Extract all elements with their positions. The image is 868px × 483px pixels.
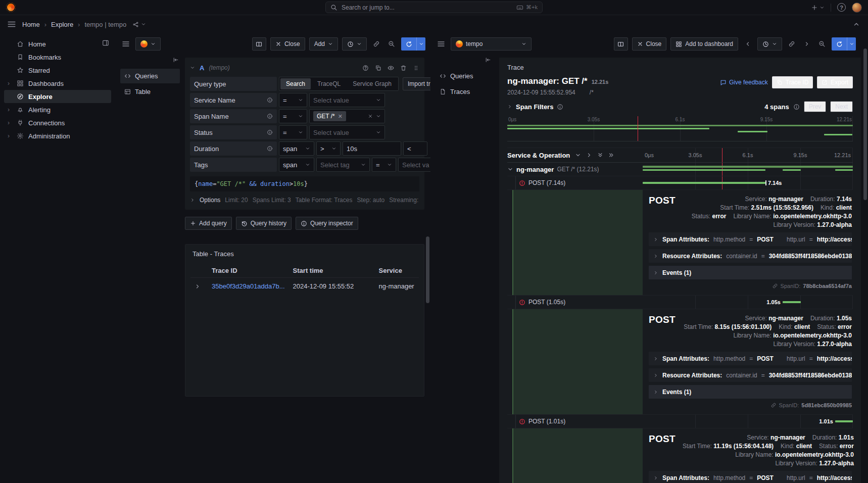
- span-bar[interactable]: [835, 420, 853, 422]
- duration-scope-select[interactable]: span: [279, 141, 314, 156]
- shift-time-back-button[interactable]: [742, 38, 753, 50]
- collapse-span-icon[interactable]: [507, 166, 513, 172]
- grafana-logo[interactable]: [6, 3, 16, 12]
- give-feedback-link[interactable]: Give feedback: [720, 76, 768, 88]
- remove-chip-icon[interactable]: ✕: [338, 113, 343, 120]
- resource-attributes-accordion[interactable]: Resource Attributes: container.id=304fd8…: [649, 249, 852, 263]
- chevron-right-icon[interactable]: ›: [5, 106, 12, 113]
- expand-row-icon[interactable]: [190, 278, 208, 295]
- share-icon[interactable]: [132, 21, 139, 28]
- query-ref-id[interactable]: A: [200, 64, 204, 72]
- query-type-service-graph[interactable]: Service Graph: [347, 78, 397, 89]
- run-query-button-right[interactable]: [832, 37, 856, 51]
- query-history-button[interactable]: Query history: [236, 217, 292, 230]
- duplicate-query-icon[interactable]: [375, 65, 381, 71]
- search-input[interactable]: Search or jump to... ⌘+k: [325, 2, 543, 13]
- chevron-down-icon[interactable]: [575, 152, 581, 158]
- col-start-time[interactable]: Start time: [289, 264, 375, 278]
- span-track[interactable]: 1.01s: [643, 415, 853, 428]
- span-name-op-select[interactable]: =: [279, 109, 307, 123]
- sidebar-item-starred[interactable]: Starred: [4, 64, 111, 77]
- span-row-post-2[interactable]: POST (1.05s) 1.05s: [507, 296, 853, 309]
- span-name-value-select[interactable]: GET /* ✕: [309, 109, 385, 123]
- events-accordion[interactable]: Events (1): [649, 385, 852, 399]
- next-span-button[interactable]: Next: [830, 101, 853, 112]
- query-help-icon[interactable]: [362, 65, 369, 71]
- new-button[interactable]: [811, 2, 825, 13]
- span-track[interactable]: 7.14s: [643, 176, 853, 189]
- tags-key-select[interactable]: Select tag: [316, 158, 370, 172]
- rail-tab-queries[interactable]: Queries: [120, 69, 180, 83]
- link-icon[interactable]: [770, 402, 777, 408]
- chevron-right-icon[interactable]: ›: [5, 119, 12, 126]
- run-query-button-left[interactable]: [401, 37, 425, 51]
- queries-drawer-icon[interactable]: [120, 38, 131, 50]
- col-trace-id[interactable]: Trace ID: [208, 264, 289, 278]
- add-query-button[interactable]: Add query: [185, 217, 232, 230]
- split-view-button[interactable]: [614, 37, 628, 51]
- span-row-post-3[interactable]: POST (1.01s) 1.01s: [507, 415, 853, 428]
- refresh-icon[interactable]: [832, 37, 847, 51]
- span-bar[interactable]: [783, 301, 801, 303]
- chevron-right-icon[interactable]: ›: [5, 132, 12, 139]
- span-row-root[interactable]: ng-manager GET /* (12.21s): [507, 163, 853, 176]
- query-inspector-button[interactable]: Query inspector: [296, 217, 358, 230]
- chevron-right-icon[interactable]: [586, 152, 592, 158]
- expand-all-icon[interactable]: [597, 152, 603, 158]
- breadcrumb-actions[interactable]: [132, 21, 146, 28]
- scrollbar-thumb[interactable]: [863, 49, 867, 200]
- sidebar-item-dashboards[interactable]: › Dashboards: [4, 77, 111, 90]
- collapse-rail-icon[interactable]: [172, 57, 179, 63]
- avatar[interactable]: [852, 3, 862, 13]
- col-service[interactable]: Service: [375, 264, 419, 278]
- add-dropdown-button[interactable]: Add: [309, 37, 338, 51]
- tags-op-select[interactable]: =: [372, 158, 396, 172]
- sidebar-item-home[interactable]: Home: [4, 37, 111, 51]
- sidebar-item-administration[interactable]: › Administration: [4, 129, 111, 142]
- refresh-icon[interactable]: [401, 37, 416, 51]
- shift-time-forward-button[interactable]: [801, 38, 812, 50]
- events-accordion[interactable]: Events (1): [649, 266, 852, 279]
- span-filters-label[interactable]: Span Filters: [516, 103, 553, 111]
- copy-link-button[interactable]: [786, 38, 797, 50]
- trace-id-link[interactable]: 35be0f3d29a01adda7b...: [212, 282, 285, 290]
- datasource-picker-right[interactable]: tempo: [451, 37, 532, 51]
- collapse-query-icon[interactable]: [190, 65, 195, 70]
- duration-comparator2-select[interactable]: <: [403, 141, 427, 156]
- add-to-dashboard-button[interactable]: Add to dashboard: [670, 37, 738, 51]
- dock-menu-icon[interactable]: [102, 39, 109, 46]
- chevron-right-icon[interactable]: [507, 104, 512, 109]
- drag-handle-icon[interactable]: [413, 65, 419, 71]
- export-button[interactable]: Export: [817, 76, 853, 88]
- delete-query-icon[interactable]: [400, 65, 407, 71]
- duration-value-input[interactable]: 10s: [343, 141, 401, 156]
- sidebar-item-bookmarks[interactable]: Bookmarks: [4, 51, 111, 64]
- datasource-picker-left[interactable]: [135, 37, 161, 51]
- close-pane-button-left[interactable]: Close: [270, 37, 305, 51]
- breadcrumb-home[interactable]: Home: [22, 21, 40, 28]
- query-type-traceql[interactable]: TraceQL: [312, 78, 346, 89]
- query-options-row[interactable]: Options Limit: 20 Spans Limit: 3 Table F…: [190, 197, 419, 204]
- queries-drawer-icon[interactable]: [436, 38, 447, 50]
- resource-attributes-accordion[interactable]: Resource Attributes: container.id=304fd8…: [649, 368, 852, 382]
- chevron-right-icon[interactable]: ›: [5, 80, 12, 87]
- copy-link-button[interactable]: [371, 38, 382, 50]
- collapse-toolbar-button[interactable]: [851, 19, 862, 30]
- scrollbar-thumb[interactable]: [426, 236, 429, 303]
- help-icon[interactable]: ?: [837, 3, 846, 12]
- span-attributes-accordion[interactable]: Span Attributes: http.method=POST http.u…: [649, 232, 852, 246]
- sidebar-item-explore[interactable]: Explore: [4, 90, 111, 103]
- collapse-all-icon[interactable]: [608, 152, 614, 158]
- link-icon[interactable]: [772, 283, 778, 289]
- span-track[interactable]: [643, 163, 853, 176]
- span-track[interactable]: 1.05s: [643, 296, 853, 309]
- time-picker-left[interactable]: [342, 37, 367, 51]
- rail-tab-queries[interactable]: Queries: [436, 69, 492, 83]
- query-type-search[interactable]: Search: [280, 78, 311, 89]
- collapse-rail-icon[interactable]: [485, 57, 491, 63]
- refresh-interval-caret[interactable]: [416, 37, 425, 51]
- service-name-value-select[interactable]: Select value: [309, 93, 385, 107]
- split-view-button[interactable]: [252, 37, 266, 51]
- chevron-down-icon[interactable]: [141, 22, 146, 27]
- zoom-out-button[interactable]: [386, 38, 397, 50]
